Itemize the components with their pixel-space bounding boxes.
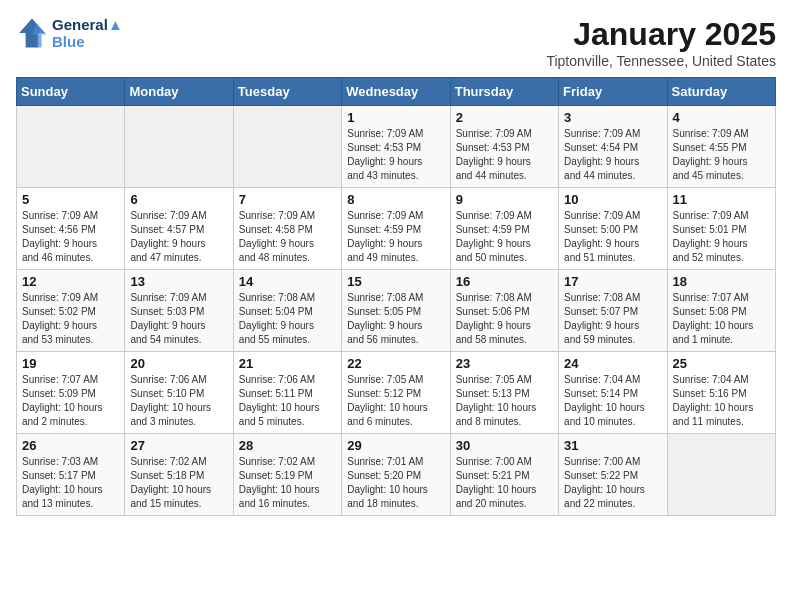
day-detail: Sunrise: 7:09 AM Sunset: 4:59 PM Dayligh… — [347, 209, 444, 265]
calendar-cell: 4Sunrise: 7:09 AM Sunset: 4:55 PM Daylig… — [667, 106, 775, 188]
calendar-cell: 27Sunrise: 7:02 AM Sunset: 5:18 PM Dayli… — [125, 434, 233, 516]
day-number: 18 — [673, 274, 770, 289]
calendar-cell: 9Sunrise: 7:09 AM Sunset: 4:59 PM Daylig… — [450, 188, 558, 270]
day-detail: Sunrise: 7:05 AM Sunset: 5:13 PM Dayligh… — [456, 373, 553, 429]
day-detail: Sunrise: 7:07 AM Sunset: 5:09 PM Dayligh… — [22, 373, 119, 429]
calendar-cell: 7Sunrise: 7:09 AM Sunset: 4:58 PM Daylig… — [233, 188, 341, 270]
day-number: 5 — [22, 192, 119, 207]
title-block: January 2025 Tiptonville, Tennessee, Uni… — [546, 16, 776, 69]
day-detail: Sunrise: 7:06 AM Sunset: 5:11 PM Dayligh… — [239, 373, 336, 429]
day-number: 23 — [456, 356, 553, 371]
day-detail: Sunrise: 7:09 AM Sunset: 5:02 PM Dayligh… — [22, 291, 119, 347]
week-row-1: 1Sunrise: 7:09 AM Sunset: 4:53 PM Daylig… — [17, 106, 776, 188]
calendar-cell: 19Sunrise: 7:07 AM Sunset: 5:09 PM Dayli… — [17, 352, 125, 434]
day-number: 9 — [456, 192, 553, 207]
day-detail: Sunrise: 7:00 AM Sunset: 5:22 PM Dayligh… — [564, 455, 661, 511]
day-number: 6 — [130, 192, 227, 207]
day-detail: Sunrise: 7:05 AM Sunset: 5:12 PM Dayligh… — [347, 373, 444, 429]
calendar-cell: 1Sunrise: 7:09 AM Sunset: 4:53 PM Daylig… — [342, 106, 450, 188]
calendar-cell: 31Sunrise: 7:00 AM Sunset: 5:22 PM Dayli… — [559, 434, 667, 516]
day-number: 16 — [456, 274, 553, 289]
day-detail: Sunrise: 7:09 AM Sunset: 5:00 PM Dayligh… — [564, 209, 661, 265]
day-detail: Sunrise: 7:06 AM Sunset: 5:10 PM Dayligh… — [130, 373, 227, 429]
day-detail: Sunrise: 7:09 AM Sunset: 4:53 PM Dayligh… — [456, 127, 553, 183]
weekday-header-saturday: Saturday — [667, 78, 775, 106]
calendar-cell: 20Sunrise: 7:06 AM Sunset: 5:10 PM Dayli… — [125, 352, 233, 434]
calendar-cell: 17Sunrise: 7:08 AM Sunset: 5:07 PM Dayli… — [559, 270, 667, 352]
day-number: 24 — [564, 356, 661, 371]
day-number: 12 — [22, 274, 119, 289]
week-row-4: 19Sunrise: 7:07 AM Sunset: 5:09 PM Dayli… — [17, 352, 776, 434]
day-detail: Sunrise: 7:00 AM Sunset: 5:21 PM Dayligh… — [456, 455, 553, 511]
day-detail: Sunrise: 7:09 AM Sunset: 4:57 PM Dayligh… — [130, 209, 227, 265]
day-detail: Sunrise: 7:09 AM Sunset: 4:56 PM Dayligh… — [22, 209, 119, 265]
day-number: 26 — [22, 438, 119, 453]
calendar-cell — [233, 106, 341, 188]
day-number: 30 — [456, 438, 553, 453]
day-detail: Sunrise: 7:04 AM Sunset: 5:14 PM Dayligh… — [564, 373, 661, 429]
day-detail: Sunrise: 7:09 AM Sunset: 4:53 PM Dayligh… — [347, 127, 444, 183]
weekday-header-wednesday: Wednesday — [342, 78, 450, 106]
weekday-header-friday: Friday — [559, 78, 667, 106]
day-number: 13 — [130, 274, 227, 289]
day-detail: Sunrise: 7:08 AM Sunset: 5:05 PM Dayligh… — [347, 291, 444, 347]
day-detail: Sunrise: 7:04 AM Sunset: 5:16 PM Dayligh… — [673, 373, 770, 429]
day-number: 3 — [564, 110, 661, 125]
weekday-header-row: SundayMondayTuesdayWednesdayThursdayFrid… — [17, 78, 776, 106]
calendar: SundayMondayTuesdayWednesdayThursdayFrid… — [16, 77, 776, 516]
page-header: General▲ Blue January 2025 Tiptonville, … — [16, 16, 776, 69]
day-detail: Sunrise: 7:09 AM Sunset: 5:01 PM Dayligh… — [673, 209, 770, 265]
logo: General▲ Blue — [16, 16, 123, 50]
calendar-cell: 23Sunrise: 7:05 AM Sunset: 5:13 PM Dayli… — [450, 352, 558, 434]
calendar-cell — [125, 106, 233, 188]
week-row-3: 12Sunrise: 7:09 AM Sunset: 5:02 PM Dayli… — [17, 270, 776, 352]
calendar-cell — [667, 434, 775, 516]
calendar-cell: 28Sunrise: 7:02 AM Sunset: 5:19 PM Dayli… — [233, 434, 341, 516]
week-row-5: 26Sunrise: 7:03 AM Sunset: 5:17 PM Dayli… — [17, 434, 776, 516]
day-number: 1 — [347, 110, 444, 125]
calendar-cell: 10Sunrise: 7:09 AM Sunset: 5:00 PM Dayli… — [559, 188, 667, 270]
day-number: 22 — [347, 356, 444, 371]
day-number: 14 — [239, 274, 336, 289]
calendar-cell: 14Sunrise: 7:08 AM Sunset: 5:04 PM Dayli… — [233, 270, 341, 352]
day-number: 19 — [22, 356, 119, 371]
calendar-cell: 13Sunrise: 7:09 AM Sunset: 5:03 PM Dayli… — [125, 270, 233, 352]
calendar-cell: 24Sunrise: 7:04 AM Sunset: 5:14 PM Dayli… — [559, 352, 667, 434]
day-number: 7 — [239, 192, 336, 207]
calendar-cell: 30Sunrise: 7:00 AM Sunset: 5:21 PM Dayli… — [450, 434, 558, 516]
day-detail: Sunrise: 7:09 AM Sunset: 4:54 PM Dayligh… — [564, 127, 661, 183]
day-number: 8 — [347, 192, 444, 207]
logo-text: General▲ Blue — [52, 16, 123, 50]
calendar-cell: 16Sunrise: 7:08 AM Sunset: 5:06 PM Dayli… — [450, 270, 558, 352]
weekday-header-thursday: Thursday — [450, 78, 558, 106]
day-number: 21 — [239, 356, 336, 371]
day-detail: Sunrise: 7:08 AM Sunset: 5:04 PM Dayligh… — [239, 291, 336, 347]
day-detail: Sunrise: 7:02 AM Sunset: 5:19 PM Dayligh… — [239, 455, 336, 511]
calendar-cell: 6Sunrise: 7:09 AM Sunset: 4:57 PM Daylig… — [125, 188, 233, 270]
calendar-cell: 21Sunrise: 7:06 AM Sunset: 5:11 PM Dayli… — [233, 352, 341, 434]
logo-icon — [16, 17, 48, 49]
calendar-cell: 2Sunrise: 7:09 AM Sunset: 4:53 PM Daylig… — [450, 106, 558, 188]
day-number: 4 — [673, 110, 770, 125]
calendar-cell: 26Sunrise: 7:03 AM Sunset: 5:17 PM Dayli… — [17, 434, 125, 516]
day-detail: Sunrise: 7:08 AM Sunset: 5:07 PM Dayligh… — [564, 291, 661, 347]
week-row-2: 5Sunrise: 7:09 AM Sunset: 4:56 PM Daylig… — [17, 188, 776, 270]
calendar-cell: 15Sunrise: 7:08 AM Sunset: 5:05 PM Dayli… — [342, 270, 450, 352]
day-number: 25 — [673, 356, 770, 371]
day-number: 31 — [564, 438, 661, 453]
day-detail: Sunrise: 7:02 AM Sunset: 5:18 PM Dayligh… — [130, 455, 227, 511]
weekday-header-tuesday: Tuesday — [233, 78, 341, 106]
day-number: 29 — [347, 438, 444, 453]
day-number: 11 — [673, 192, 770, 207]
day-number: 20 — [130, 356, 227, 371]
day-detail: Sunrise: 7:08 AM Sunset: 5:06 PM Dayligh… — [456, 291, 553, 347]
weekday-header-monday: Monday — [125, 78, 233, 106]
weekday-header-sunday: Sunday — [17, 78, 125, 106]
month-title: January 2025 — [546, 16, 776, 53]
day-number: 17 — [564, 274, 661, 289]
day-number: 15 — [347, 274, 444, 289]
day-number: 2 — [456, 110, 553, 125]
location: Tiptonville, Tennessee, United States — [546, 53, 776, 69]
calendar-cell: 8Sunrise: 7:09 AM Sunset: 4:59 PM Daylig… — [342, 188, 450, 270]
calendar-cell: 18Sunrise: 7:07 AM Sunset: 5:08 PM Dayli… — [667, 270, 775, 352]
